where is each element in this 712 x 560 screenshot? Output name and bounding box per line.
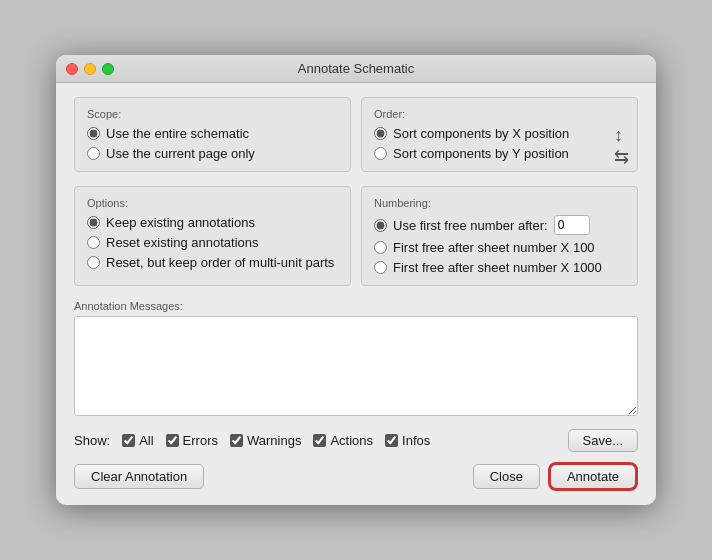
numbering-radio-group: Use first free number after: First free …	[374, 215, 625, 275]
close-button-traffic[interactable]	[66, 63, 78, 75]
num-sheet1000-item[interactable]: First free after sheet number X 1000	[374, 260, 625, 275]
messages-label: Annotation Messages:	[74, 300, 638, 312]
save-button[interactable]: Save...	[568, 429, 638, 452]
clear-annotation-button[interactable]: Clear Annotation	[74, 464, 204, 489]
scope-page-item[interactable]: Use the current page only	[87, 146, 338, 161]
chk-all-label: All	[139, 433, 153, 448]
order-x-radio[interactable]	[374, 127, 387, 140]
annotate-button[interactable]: Annotate	[548, 462, 638, 491]
chk-warnings-checkbox[interactable]	[230, 434, 243, 447]
middle-row: Options: Keep existing annotations Reset…	[74, 186, 638, 286]
num-first-input[interactable]	[554, 215, 590, 235]
num-sheet1000-label: First free after sheet number X 1000	[393, 260, 602, 275]
order-radio-group: Sort components by X position Sort compo…	[374, 126, 625, 161]
check-all[interactable]: All	[122, 433, 153, 448]
window-title: Annotate Schematic	[298, 61, 414, 76]
numbering-panel: Numbering: Use first free number after: …	[361, 186, 638, 286]
show-bar: Show: All Errors Warnings Actions Infos	[74, 429, 638, 452]
content-area: Scope: Use the entire schematic Use the …	[56, 83, 656, 505]
chk-infos-checkbox[interactable]	[385, 434, 398, 447]
num-sheet100-label: First free after sheet number X 100	[393, 240, 595, 255]
show-label: Show:	[74, 433, 110, 448]
traffic-lights	[66, 63, 114, 75]
main-window: Annotate Schematic Scope: Use the entire…	[56, 55, 656, 505]
check-warnings[interactable]: Warnings	[230, 433, 301, 448]
scope-entire-item[interactable]: Use the entire schematic	[87, 126, 338, 141]
options-panel: Options: Keep existing annotations Reset…	[74, 186, 351, 286]
order-panel: Order: Sort components by X position Sor…	[361, 97, 638, 172]
options-radio-group: Keep existing annotations Reset existing…	[87, 215, 338, 270]
bottom-left-buttons: Clear Annotation	[74, 464, 204, 489]
order-y-label: Sort components by Y position	[393, 146, 569, 161]
check-errors[interactable]: Errors	[166, 433, 218, 448]
check-actions[interactable]: Actions	[313, 433, 373, 448]
num-first-label: Use first free number after:	[393, 218, 548, 233]
bottom-bar: Clear Annotation Close Annotate	[74, 462, 638, 491]
chk-actions-label: Actions	[330, 433, 373, 448]
minimize-button-traffic[interactable]	[84, 63, 96, 75]
scope-entire-label: Use the entire schematic	[106, 126, 249, 141]
order-icons: ↕ ⇆	[614, 126, 629, 166]
titlebar: Annotate Schematic	[56, 55, 656, 83]
chk-errors-label: Errors	[183, 433, 218, 448]
messages-section: Annotation Messages:	[74, 300, 638, 419]
order-label: Order:	[374, 108, 625, 120]
order-x-label: Sort components by X position	[393, 126, 569, 141]
sort-x-icon: ↕	[614, 126, 629, 144]
scope-page-radio[interactable]	[87, 147, 100, 160]
scope-page-label: Use the current page only	[106, 146, 255, 161]
chk-errors-checkbox[interactable]	[166, 434, 179, 447]
order-y-radio[interactable]	[374, 147, 387, 160]
num-sheet100-radio[interactable]	[374, 241, 387, 254]
options-label: Options:	[87, 197, 338, 209]
close-button[interactable]: Close	[473, 464, 540, 489]
scope-entire-radio[interactable]	[87, 127, 100, 140]
opt-reset-order-radio[interactable]	[87, 256, 100, 269]
opt-reset-item[interactable]: Reset existing annotations	[87, 235, 338, 250]
zoom-button-traffic[interactable]	[102, 63, 114, 75]
scope-panel: Scope: Use the entire schematic Use the …	[74, 97, 351, 172]
chk-warnings-label: Warnings	[247, 433, 301, 448]
num-sheet1000-radio[interactable]	[374, 261, 387, 274]
bottom-right-buttons: Close Annotate	[473, 462, 638, 491]
opt-keep-label: Keep existing annotations	[106, 215, 255, 230]
num-sheet100-item[interactable]: First free after sheet number X 100	[374, 240, 625, 255]
num-first-radio[interactable]	[374, 219, 387, 232]
opt-keep-radio[interactable]	[87, 216, 100, 229]
opt-keep-item[interactable]: Keep existing annotations	[87, 215, 338, 230]
opt-reset-radio[interactable]	[87, 236, 100, 249]
numbering-label: Numbering:	[374, 197, 625, 209]
order-y-item[interactable]: Sort components by Y position	[374, 146, 625, 161]
check-infos[interactable]: Infos	[385, 433, 430, 448]
num-first-item[interactable]: Use first free number after:	[374, 215, 625, 235]
chk-infos-label: Infos	[402, 433, 430, 448]
top-row: Scope: Use the entire schematic Use the …	[74, 97, 638, 172]
chk-all-checkbox[interactable]	[122, 434, 135, 447]
chk-actions-checkbox[interactable]	[313, 434, 326, 447]
opt-reset-label: Reset existing annotations	[106, 235, 258, 250]
opt-reset-order-item[interactable]: Reset, but keep order of multi-unit part…	[87, 255, 338, 270]
messages-textarea[interactable]	[74, 316, 638, 416]
order-x-item[interactable]: Sort components by X position	[374, 126, 625, 141]
sort-y-icon: ⇆	[614, 148, 629, 166]
opt-reset-order-label: Reset, but keep order of multi-unit part…	[106, 255, 334, 270]
scope-label: Scope:	[87, 108, 338, 120]
scope-radio-group: Use the entire schematic Use the current…	[87, 126, 338, 161]
